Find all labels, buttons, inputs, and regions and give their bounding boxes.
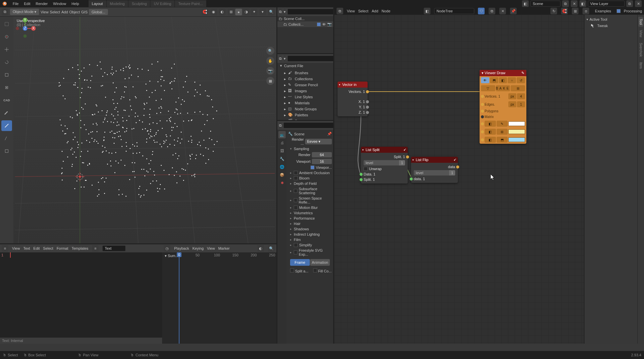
- ned-processing-chk[interactable]: [617, 9, 621, 13]
- ned-node[interactable]: Node: [382, 9, 390, 13]
- ned-processing[interactable]: Processing: [624, 9, 642, 13]
- ned-select[interactable]: Select: [358, 9, 369, 13]
- viewlayer-link-icon[interactable]: ◧: [579, 0, 586, 7]
- text-block-name[interactable]: [102, 245, 126, 251]
- sw-b1[interactable]: ◧: [485, 129, 496, 135]
- fb-item-images[interactable]: ▸ 🖼Images: [277, 88, 333, 94]
- pencil-icon[interactable]: ✎: [521, 71, 524, 75]
- scene-link-icon[interactable]: ◧: [522, 0, 529, 7]
- collection-vis-chk[interactable]: [317, 22, 321, 26]
- menu-help[interactable]: Help: [69, 2, 82, 6]
- viewport-samples[interactable]: 16: [312, 159, 332, 164]
- tool-meshbox[interactable]: [1, 146, 12, 156]
- shading-solid-icon[interactable]: ●: [235, 9, 242, 15]
- v-btn-tri[interactable]: ▽: [481, 85, 495, 91]
- tab-modeling[interactable]: Modeling: [107, 0, 128, 7]
- ned-pin-icon[interactable]: 📌: [510, 8, 517, 14]
- txt-text[interactable]: Text: [23, 246, 30, 250]
- unwrap-chk[interactable]: [364, 167, 368, 171]
- tool-select[interactable]: [1, 19, 12, 29]
- panel-freestyle-svg-exp-[interactable]: Freestyle SVG Exp...: [288, 248, 332, 257]
- swatch-yellow[interactable]: [508, 129, 525, 134]
- fb-item-brushes[interactable]: ▸ 🖌Brushes: [277, 70, 333, 76]
- verts-px[interactable]: px: [508, 93, 516, 99]
- fb-search[interactable]: [287, 55, 333, 62]
- fb-item-grease-pencil[interactable]: ▸ ✎Grease Pencil: [277, 82, 333, 88]
- fb-filter-icon[interactable]: ▾: [284, 55, 286, 62]
- panel-indirect-lighting[interactable]: Indirect Lighting: [288, 232, 332, 237]
- camera-icon[interactable]: 📷: [266, 67, 274, 75]
- swatch-white[interactable]: [508, 121, 525, 126]
- vp-select[interactable]: Select: [50, 10, 60, 14]
- panel-screen-space-refle-[interactable]: Screen Space Refle...: [288, 196, 332, 205]
- node-vector-in[interactable]: ▾Vector in Vectors. 1 X. 1 Y. 1 Z. 1: [338, 82, 368, 116]
- fill-chk[interactable]: [313, 268, 317, 272]
- txt-select[interactable]: Select: [43, 246, 53, 250]
- text-editor-type-icon[interactable]: ≡: [2, 245, 8, 252]
- node-list-flip[interactable]: ▾List Flip➹ data level1 data. 1: [411, 157, 458, 183]
- scene-collection-row[interactable]: 🗀Scene Coll...: [277, 16, 333, 21]
- ptab-physics[interactable]: ✱: [278, 179, 286, 187]
- fb-item-scenes[interactable]: ▸ 🎬Scenes: [277, 118, 333, 121]
- scene-name[interactable]: [530, 1, 560, 7]
- fb-item-node-groups[interactable]: ▸ ◫Node Groups: [277, 106, 333, 112]
- proportional-icon[interactable]: ◉: [210, 9, 217, 15]
- tl-playback[interactable]: Playback: [174, 246, 189, 250]
- vtab-view[interactable]: View: [638, 28, 643, 39]
- eye-toggle[interactable]: 👁: [481, 77, 489, 83]
- txt-edit[interactable]: Edit: [33, 246, 40, 250]
- outliner-type-icon[interactable]: ⧉: [279, 8, 282, 15]
- swatch-blue[interactable]: [508, 137, 525, 142]
- txt-format[interactable]: Format: [56, 246, 68, 250]
- tab-sculpting[interactable]: Sculpting: [128, 0, 150, 7]
- sw-a2[interactable]: ✎: [497, 121, 508, 127]
- tool-measure[interactable]: [1, 120, 12, 131]
- v-btn-4[interactable]: ↺: [517, 77, 525, 83]
- node-canvas[interactable]: ▾Vector in Vectors. 1 X. 1 Y. 1 Z. 1 ▾Li…: [334, 15, 584, 344]
- search-icon[interactable]: 🔍: [268, 9, 275, 15]
- sw-c1[interactable]: ◧: [485, 137, 496, 143]
- vtab-sverchok[interactable]: Sverchok: [638, 41, 643, 59]
- node-list-split[interactable]: ▾List Split➹ Split. 1 level1 Unwrap Data…: [361, 147, 408, 184]
- ned-del-icon[interactable]: ✕: [499, 8, 506, 14]
- orientation-select[interactable]: Global...: [89, 9, 108, 15]
- shading-matprev-icon[interactable]: ◑: [243, 9, 250, 15]
- outliner-search[interactable]: [287, 9, 338, 15]
- split-chk[interactable]: [290, 268, 294, 272]
- panel-hair[interactable]: Hair: [288, 221, 332, 226]
- current-file[interactable]: ▾ Current File: [277, 63, 333, 69]
- text-area[interactable]: 1: [0, 252, 162, 338]
- ned-add[interactable]: Add: [372, 9, 378, 13]
- verts-n[interactable]: 4: [517, 93, 525, 99]
- sw-c2[interactable]: ⬒: [497, 137, 508, 143]
- viewlayer-new-icon[interactable]: ⧉: [626, 0, 633, 7]
- panel-shadows[interactable]: Shadows: [288, 226, 332, 232]
- text-block-icon[interactable]: ≡: [92, 245, 99, 252]
- menu-render[interactable]: Render: [33, 2, 50, 6]
- ned-tree-icon[interactable]: ◧: [424, 8, 430, 14]
- tool-transform[interactable]: [1, 82, 12, 93]
- nav-gizmo[interactable]: X Y Z: [13, 17, 37, 40]
- scene-del-icon[interactable]: ✕: [571, 0, 577, 7]
- viewport-denoise-chk[interactable]: [310, 165, 314, 169]
- tab-uv[interactable]: UV Editing: [150, 0, 174, 7]
- node-viewer-draw[interactable]: ▾ Viewer Draw✎ 👁 ⬒ ◧ ○ ↺ ▽ BAKE ⊞ Vertic…: [480, 70, 526, 144]
- vp-object[interactable]: Object: [69, 10, 80, 14]
- sampling-panel[interactable]: Sampling: [288, 146, 332, 151]
- v-btn-2[interactable]: ◧: [499, 77, 507, 83]
- fb-item-collections[interactable]: ▸ 🗀Collections: [277, 76, 333, 82]
- shading-opts-icon[interactable]: ▾: [259, 9, 266, 15]
- collection-row[interactable]: 🗀Collecti... 👁 📷: [277, 21, 333, 27]
- tool-cad[interactable]: CAD: [1, 95, 12, 106]
- shading-wire-icon[interactable]: ⊞: [228, 9, 234, 15]
- tool-cursor[interactable]: [1, 31, 12, 42]
- persp-toggle-icon[interactable]: ▦: [266, 77, 274, 85]
- ptab-viewlayer[interactable]: 🖼: [278, 147, 286, 154]
- fb-type-icon[interactable]: ⧉: [279, 55, 282, 62]
- vtab-item[interactable]: Item: [638, 60, 643, 71]
- tool-annotate[interactable]: [1, 108, 12, 118]
- vp-view[interactable]: View: [40, 10, 48, 14]
- txt-view[interactable]: View: [12, 246, 20, 250]
- viewlayer-del-icon[interactable]: ✕: [635, 0, 642, 7]
- v-btn-1[interactable]: ⬒: [490, 77, 498, 83]
